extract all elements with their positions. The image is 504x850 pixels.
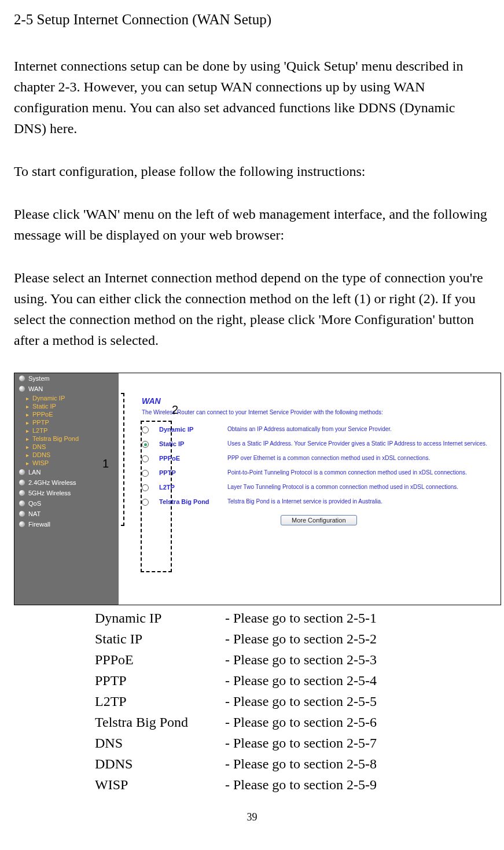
callout-label-1: 1: [102, 457, 109, 470]
paragraph-start: To start configuration, please follow th…: [14, 161, 490, 182]
bullet-icon: [19, 501, 25, 506]
bullet-icon: [19, 480, 25, 485]
sidebar-sub-static-ip[interactable]: ▸Static IP: [14, 402, 119, 410]
radio-icon[interactable]: [142, 484, 149, 491]
ref-row: L2TP- Please go to section 2-5-5: [95, 691, 490, 712]
option-name: Telstra Big Pond: [159, 498, 217, 505]
sidebar-sub-pptp[interactable]: ▸PPTP: [14, 418, 119, 426]
ref-target: - Please go to section 2-5-5: [225, 691, 377, 712]
arrow-icon: ▸: [26, 411, 29, 418]
ref-row: DNS- Please go to section 2-5-7: [95, 733, 490, 753]
sidebar-label: System: [28, 375, 50, 382]
ref-row: Telstra Big Pond- Please go to section 2…: [95, 712, 490, 733]
bullet-icon: [19, 469, 25, 475]
sidebar-label: LAN: [28, 469, 41, 476]
sidebar-sub-label: Dynamic IP: [32, 395, 65, 402]
arrow-icon: ▸: [26, 420, 29, 426]
ref-name: L2TP: [95, 691, 225, 712]
sidebar-sub-telstra[interactable]: ▸Telstra Big Pond: [14, 435, 119, 443]
wan-option-pptp[interactable]: PPTP Point-to-Point Tunneling Protocol i…: [142, 469, 494, 477]
paragraph-click-wan: Please click 'WAN' menu on the left of w…: [14, 204, 490, 245]
ref-target: - Please go to section 2-5-2: [225, 628, 377, 649]
sidebar-label: QoS: [28, 500, 41, 507]
bullet-icon: [19, 490, 25, 496]
radio-icon[interactable]: [142, 455, 149, 462]
sidebar-label: Firewall: [28, 521, 50, 528]
ref-row: Dynamic IP- Please go to section 2-5-1: [95, 608, 490, 628]
ref-row: Static IP- Please go to section 2-5-2: [95, 628, 490, 649]
ref-target: - Please go to section 2-5-4: [225, 670, 377, 691]
ref-name: Telstra Big Pond: [95, 712, 225, 733]
sidebar-label: NAT: [28, 510, 41, 517]
radio-icon[interactable]: [142, 426, 149, 433]
sidebar-sub-label: Telstra Big Pond: [32, 435, 79, 442]
arrow-icon: ▸: [26, 395, 29, 402]
arrow-icon: ▸: [26, 444, 29, 450]
ref-target: - Please go to section 2-5-9: [225, 774, 377, 795]
sidebar-sub-label: Static IP: [32, 403, 56, 410]
option-name: Static IP: [159, 440, 217, 447]
ref-target: - Please go to section 2-5-7: [225, 733, 377, 753]
radio-icon[interactable]: [142, 499, 149, 506]
sidebar-sub-label: DDNS: [32, 451, 50, 458]
ref-row: DDNS- Please go to section 2-5-8: [95, 753, 490, 774]
ref-name: Dynamic IP: [95, 608, 225, 628]
paragraph-intro: Internet connections setup can be done b…: [14, 56, 490, 139]
radio-icon[interactable]: [142, 441, 149, 448]
sidebar-item-5ghz[interactable]: 5GHz Wireless: [14, 488, 119, 498]
sidebar-sub-label: PPPoE: [32, 411, 53, 418]
sidebar-item-system[interactable]: System: [14, 373, 119, 384]
radio-icon[interactable]: [142, 470, 149, 477]
sidebar-item-24ghz[interactable]: 2.4GHz Wireless: [14, 477, 119, 488]
wan-option-l2tp[interactable]: L2TP Layer Two Tunneling Protocol is a c…: [142, 484, 494, 491]
sidebar-item-firewall[interactable]: Firewall: [14, 519, 119, 529]
router-screenshot: System WAN ▸Dynamic IP ▸Static IP ▸PPPoE…: [14, 373, 501, 605]
router-sidebar: System WAN ▸Dynamic IP ▸Static IP ▸PPPoE…: [14, 373, 119, 605]
wan-subtitle: The Wireless Router can connect to your …: [142, 409, 494, 415]
option-desc: PPP over Ethernet is a common connection…: [227, 455, 494, 461]
arrow-icon: ▸: [26, 436, 29, 442]
wan-option-static-ip[interactable]: Static IP Uses a Static IP Address. Your…: [142, 440, 494, 448]
ref-target: - Please go to section 2-5-3: [225, 649, 377, 670]
sidebar-label: 2.4GHz Wireless: [28, 479, 76, 486]
sidebar-sub-label: WISP: [32, 459, 49, 466]
sidebar-sub-dns[interactable]: ▸DNS: [14, 443, 119, 451]
option-name: PPPoE: [159, 455, 217, 462]
wan-option-pppoe[interactable]: PPPoE PPP over Ethernet is a common conn…: [142, 455, 494, 462]
ref-name: DDNS: [95, 753, 225, 774]
sidebar-item-wan[interactable]: WAN: [14, 384, 119, 394]
paragraph-select-method: Please select an Internet connection met…: [14, 267, 490, 351]
option-name: PPTP: [159, 469, 217, 476]
ref-row: PPTP- Please go to section 2-5-4: [95, 670, 490, 691]
option-desc: Layer Two Tunneling Protocol is a common…: [227, 484, 494, 490]
option-desc: Uses a Static IP Address. Your Service P…: [227, 440, 494, 447]
ref-name: Static IP: [95, 628, 225, 649]
ref-name: DNS: [95, 733, 225, 753]
sidebar-label: WAN: [28, 385, 43, 392]
page-number: 39: [14, 811, 490, 823]
callout-label-2: 2: [172, 403, 178, 417]
sidebar-sub-label: PPTP: [32, 419, 49, 426]
option-name: L2TP: [159, 484, 217, 491]
sidebar-item-qos[interactable]: QoS: [14, 498, 119, 509]
sidebar-sub-dynamic-ip[interactable]: ▸Dynamic IP: [14, 394, 119, 402]
wan-option-dynamic-ip[interactable]: Dynamic IP Obtains an IP Address automat…: [142, 426, 494, 433]
more-configuration-button[interactable]: More Configuration: [281, 515, 357, 525]
sidebar-sub-l2tp[interactable]: ▸L2TP: [14, 426, 119, 435]
option-desc: Obtains an IP Address automatically from…: [227, 426, 494, 432]
ref-name: PPTP: [95, 670, 225, 691]
ref-name: PPPoE: [95, 649, 225, 670]
bullet-icon: [19, 511, 25, 517]
option-desc: Telstra Big Pond is a Internet service i…: [227, 498, 494, 505]
wan-option-telstra[interactable]: Telstra Big Pond Telstra Big Pond is a I…: [142, 498, 494, 506]
option-name: Dynamic IP: [159, 426, 217, 433]
ref-row: PPPoE- Please go to section 2-5-3: [95, 649, 490, 670]
bullet-icon: [19, 376, 25, 381]
sidebar-sub-pppoe[interactable]: ▸PPPoE: [14, 410, 119, 418]
option-desc: Point-to-Point Tunneling Protocol is a c…: [227, 469, 494, 476]
sidebar-item-nat[interactable]: NAT: [14, 509, 119, 519]
bullet-icon: [19, 521, 25, 527]
arrow-icon: ▸: [26, 428, 29, 434]
arrow-icon: ▸: [26, 452, 29, 458]
bullet-icon: [19, 386, 25, 392]
